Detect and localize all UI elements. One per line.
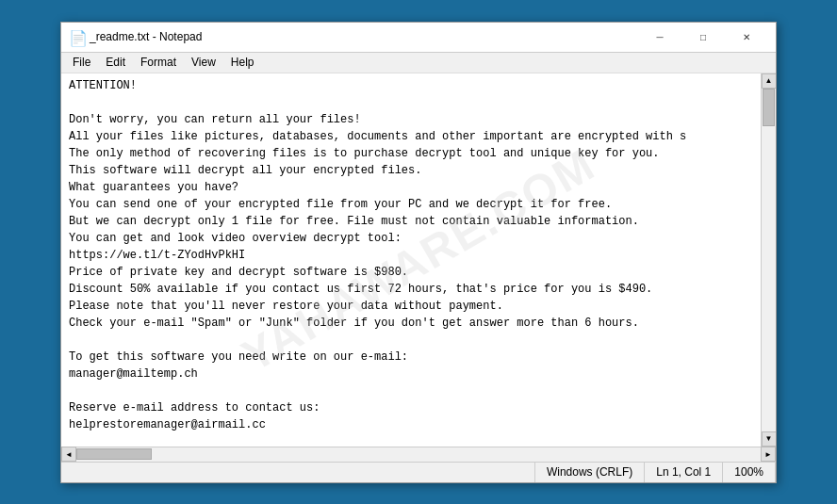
maximize-button[interactable]: □ <box>681 22 725 52</box>
menu-view[interactable]: View <box>184 54 223 71</box>
text-editor[interactable]: ATTENTION! Don't worry, you can return a… <box>61 73 761 447</box>
title-bar: 📄 _readme.txt - Notepad ─ □ ✕ <box>61 23 776 53</box>
scroll-right-arrow[interactable]: ► <box>761 447 776 462</box>
vertical-scrollbar[interactable]: ▲ ▼ <box>761 73 776 447</box>
status-zoom: 100% <box>723 463 776 482</box>
content-area: ATTENTION! Don't worry, you can return a… <box>61 73 776 447</box>
scroll-thumb-v[interactable] <box>763 89 775 126</box>
title-bar-left: 📄 _readme.txt - Notepad <box>69 29 202 44</box>
scroll-track-h[interactable] <box>76 447 761 462</box>
status-bar: Windows (CRLF) Ln 1, Col 1 100% <box>61 462 776 482</box>
title-bar-controls: ─ □ ✕ <box>638 22 768 52</box>
scroll-thumb-h[interactable] <box>76 448 152 460</box>
scroll-down-arrow[interactable]: ▼ <box>762 431 777 447</box>
scroll-left-arrow[interactable]: ◄ <box>61 447 76 462</box>
menu-bar: File Edit Format View Help <box>61 53 776 73</box>
notepad-window: 📄 _readme.txt - Notepad ─ □ ✕ File Edit … <box>60 22 777 483</box>
app-icon: 📄 <box>69 29 84 44</box>
close-button[interactable]: ✕ <box>725 22 768 52</box>
window-title: _readme.txt - Notepad <box>90 30 202 43</box>
status-empty <box>61 463 535 482</box>
menu-format[interactable]: Format <box>133 54 184 71</box>
scroll-up-arrow[interactable]: ▲ <box>762 73 777 89</box>
menu-file[interactable]: File <box>65 54 98 71</box>
status-encoding: Windows (CRLF) <box>535 463 645 482</box>
minimize-button[interactable]: ─ <box>638 22 681 52</box>
menu-edit[interactable]: Edit <box>98 54 133 71</box>
menu-help[interactable]: Help <box>223 54 262 71</box>
scroll-track-v[interactable] <box>762 89 776 431</box>
status-position: Ln 1, Col 1 <box>645 463 723 482</box>
horizontal-scrollbar[interactable]: ◄ ► <box>61 447 776 462</box>
